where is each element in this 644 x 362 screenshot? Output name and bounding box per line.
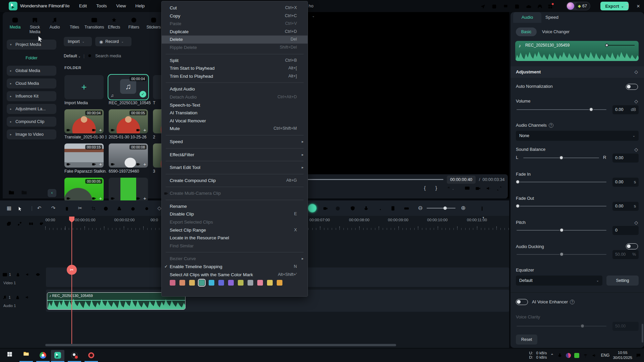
tab-audio[interactable]: Audio [513,12,541,23]
record-button[interactable]: ◉Record⌄ [95,37,131,46]
adjustment-section-header[interactable]: Adjustment◇ [511,66,644,78]
filter-dropdown[interactable]: Default ⌄ [64,54,81,58]
reset-button[interactable]: Reset [516,335,537,345]
menu-edit[interactable]: Edit [74,0,92,12]
import-button[interactable]: Import⌄ [64,37,92,46]
ai-voice-enhancer-toggle[interactable] [516,299,528,305]
magnet-snap-icon[interactable] [37,219,45,227]
audio-ducking-toggle[interactable] [626,243,638,249]
mark-out-brace-icon[interactable]: } [435,185,437,191]
sidebar-item-adjustment-la-[interactable]: ▸Adjustment La... [7,104,56,114]
color-swatch[interactable] [209,280,214,286]
tab-transitions[interactable]: Transitions [85,15,104,29]
new-folder-icon[interactable] [8,189,15,195]
snapshot-camera-icon[interactable] [475,185,481,191]
menu-item-select-all-clips-with-the-same-color-mark[interactable]: Select All Clips with the Same Color Mar… [162,271,308,279]
help-icon[interactable]: ? [549,123,553,128]
subtab-basic[interactable]: Basic [516,27,537,36]
volume-slider[interactable] [517,109,606,110]
menu-item-select-clip-range[interactable]: Select Clip RangeX [162,226,308,234]
audio-ducking-slider[interactable] [517,254,606,255]
file-explorer-icon[interactable] [19,350,33,361]
color-swatch[interactable] [199,280,205,286]
camera-add-icon[interactable] [321,204,330,213]
phone-mirror-icon[interactable] [388,204,397,213]
account-chip[interactable]: ◆67 [566,2,590,10]
menu-item-ai-vocal-remover[interactable]: AI Vocal Remover [162,117,308,125]
media-tile[interactable]: +00:00:05 [109,109,148,133]
delete-icon[interactable] [62,204,71,213]
fade-in-value[interactable]: 0.00s [612,178,639,187]
add-to-timeline-icon[interactable]: + [99,127,102,133]
media-tile[interactable]: +00:03:15 [64,143,104,168]
keyframe-diamond-icon[interactable]: ◇ [634,220,638,225]
panel-scrollbar[interactable] [642,324,643,343]
tray-expand-icon[interactable]: ⌃ [550,353,554,358]
pitch-slider[interactable] [517,230,606,231]
search-input[interactable]: Search media [95,54,121,58]
color-swatch[interactable] [170,280,175,286]
color-swatch[interactable] [228,280,234,286]
cloud-upload-icon[interactable] [523,0,534,12]
tab-effects[interactable]: Effects [104,15,124,29]
color-swatch[interactable] [257,280,263,286]
sidebar-item-influence-kit[interactable]: ▸Influence Kit [7,91,56,101]
equalizer-setting-button[interactable]: Setting [606,276,639,286]
motion-track-icon[interactable] [142,204,151,213]
add-to-timeline-icon[interactable]: + [143,161,146,167]
menu-item-ai-translation[interactable]: AI Translation [162,109,308,117]
menu-item-trim-start-to-playhead[interactable]: Trim Start to PlayheadAlt+[ [162,64,308,72]
ai-assistant-icon[interactable] [308,204,317,213]
display-device-icon[interactable] [464,185,470,191]
start-button[interactable] [3,350,16,361]
menu-item-locate-in-the-resource-panel[interactable]: Locate in the Resource Panel [162,234,308,242]
fade-out-slider[interactable] [517,206,606,206]
obs-icon[interactable] [68,350,81,361]
subtab-voice-changer[interactable]: Voice Changer [542,27,570,36]
playhead-scissors-icon[interactable]: ✂ [67,265,77,275]
pitch-value[interactable]: 0 [612,226,639,235]
crop-icon[interactable] [89,204,98,213]
menu-item-enable-timeline-snapping[interactable]: ✓Enable Timeline SnappingN [162,263,308,271]
headset-icon[interactable] [534,0,545,12]
fullscreen-icon[interactable] [496,185,502,191]
media-tile[interactable]: + [109,178,148,202]
tab-filters[interactable]: Filters [124,15,144,29]
credits-badge[interactable]: ◆67 [575,2,590,10]
clock[interactable]: 10:55 30/01/2025 [613,350,632,360]
save-icon[interactable] [511,0,523,12]
task-list-icon[interactable] [488,0,500,12]
sidebar-item-image-to-video[interactable]: ▸Image to Video [7,129,56,139]
layout-grid-icon[interactable] [482,14,487,20]
keyframe-diamond-icon[interactable]: ◇ [634,99,638,104]
keyframe-diamond-icon[interactable]: ◇ [634,147,638,152]
selected-clip-card[interactable]: ♪ REC_20250130_105459 [515,41,639,61]
lock-icon[interactable] [15,272,20,277]
voiceover-mic-icon[interactable] [362,204,370,213]
menu-view[interactable]: View [112,0,131,12]
menu-file[interactable]: File [58,0,74,12]
color-swatch[interactable] [179,280,185,286]
media-tile[interactable]: ♫♫✓00:00:04 [109,75,148,99]
copy-track-icon[interactable] [5,219,13,227]
shield-icon[interactable] [348,204,357,213]
color-swatch[interactable] [189,280,195,286]
current-timecode[interactable]: 00:00:00:40 [447,176,476,184]
tab-audio[interactable]: Audio [45,15,64,29]
audio-channels-dropdown[interactable]: None⌄ [516,131,639,141]
tab-speed[interactable]: Speed [545,12,558,23]
fade-in-slider[interactable] [517,182,606,182]
tray-app-icon[interactable] [566,353,571,358]
color-swatch[interactable] [218,280,224,286]
add-to-timeline-icon[interactable]: + [99,161,102,167]
media-tile[interactable]: +00:00:05 [64,178,104,202]
color-wheels-icon[interactable] [115,204,123,213]
sound-balance-slider[interactable] [523,158,599,158]
equalizer-dropdown[interactable]: Default⌄ [516,276,602,286]
import-media-tile[interactable]: + [64,75,104,99]
color-swatch[interactable] [248,280,253,286]
sidebar-item-compound-clip[interactable]: ▸Compound Clip [7,117,56,127]
lock-icon[interactable] [15,294,20,300]
auto-normalization-toggle[interactable] [626,84,638,90]
tray-mic-icon[interactable] [557,353,562,358]
